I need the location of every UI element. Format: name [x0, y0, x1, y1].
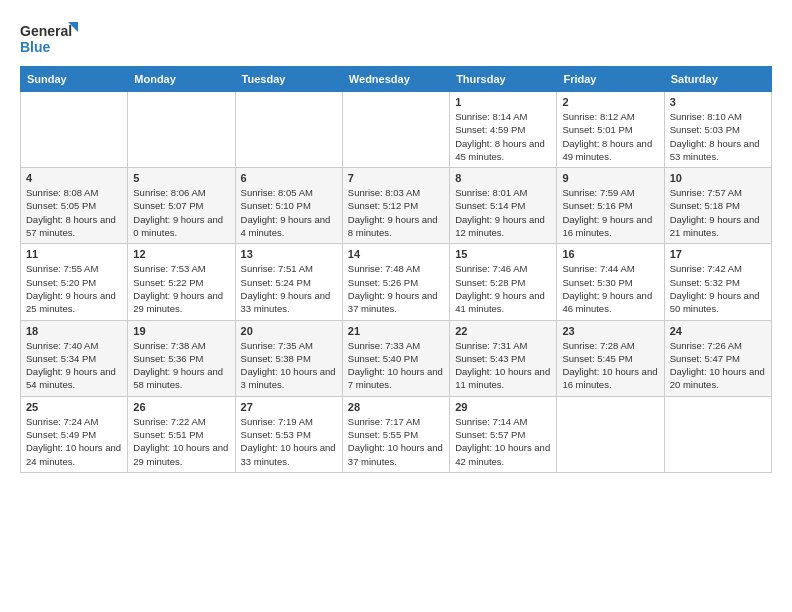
day-number: 15: [455, 248, 551, 260]
calendar-cell: 16Sunrise: 7:44 AM Sunset: 5:30 PM Dayli…: [557, 244, 664, 320]
day-number: 16: [562, 248, 658, 260]
day-info: Sunrise: 7:46 AM Sunset: 5:28 PM Dayligh…: [455, 262, 551, 315]
day-number: 7: [348, 172, 444, 184]
day-info: Sunrise: 7:44 AM Sunset: 5:30 PM Dayligh…: [562, 262, 658, 315]
day-info: Sunrise: 7:22 AM Sunset: 5:51 PM Dayligh…: [133, 415, 229, 468]
day-number: 20: [241, 325, 337, 337]
calendar-cell: 22Sunrise: 7:31 AM Sunset: 5:43 PM Dayli…: [450, 320, 557, 396]
day-number: 29: [455, 401, 551, 413]
day-info: Sunrise: 8:08 AM Sunset: 5:05 PM Dayligh…: [26, 186, 122, 239]
logo: GeneralBlue: [20, 20, 80, 58]
calendar-cell: 17Sunrise: 7:42 AM Sunset: 5:32 PM Dayli…: [664, 244, 771, 320]
day-number: 22: [455, 325, 551, 337]
day-number: 17: [670, 248, 766, 260]
calendar-cell: 20Sunrise: 7:35 AM Sunset: 5:38 PM Dayli…: [235, 320, 342, 396]
calendar-cell: [21, 92, 128, 168]
day-number: 13: [241, 248, 337, 260]
calendar-table: SundayMondayTuesdayWednesdayThursdayFrid…: [20, 66, 772, 473]
calendar-cell: 1Sunrise: 8:14 AM Sunset: 4:59 PM Daylig…: [450, 92, 557, 168]
column-header-monday: Monday: [128, 67, 235, 92]
day-info: Sunrise: 7:48 AM Sunset: 5:26 PM Dayligh…: [348, 262, 444, 315]
day-number: 27: [241, 401, 337, 413]
calendar-cell: 23Sunrise: 7:28 AM Sunset: 5:45 PM Dayli…: [557, 320, 664, 396]
calendar-cell: [557, 396, 664, 472]
calendar-cell: 18Sunrise: 7:40 AM Sunset: 5:34 PM Dayli…: [21, 320, 128, 396]
day-info: Sunrise: 7:53 AM Sunset: 5:22 PM Dayligh…: [133, 262, 229, 315]
calendar-cell: [664, 396, 771, 472]
calendar-cell: [342, 92, 449, 168]
calendar-cell: 21Sunrise: 7:33 AM Sunset: 5:40 PM Dayli…: [342, 320, 449, 396]
calendar-cell: 6Sunrise: 8:05 AM Sunset: 5:10 PM Daylig…: [235, 168, 342, 244]
calendar-cell: 5Sunrise: 8:06 AM Sunset: 5:07 PM Daylig…: [128, 168, 235, 244]
header-row: SundayMondayTuesdayWednesdayThursdayFrid…: [21, 67, 772, 92]
calendar-cell: 27Sunrise: 7:19 AM Sunset: 5:53 PM Dayli…: [235, 396, 342, 472]
week-row-3: 18Sunrise: 7:40 AM Sunset: 5:34 PM Dayli…: [21, 320, 772, 396]
calendar-cell: 15Sunrise: 7:46 AM Sunset: 5:28 PM Dayli…: [450, 244, 557, 320]
week-row-4: 25Sunrise: 7:24 AM Sunset: 5:49 PM Dayli…: [21, 396, 772, 472]
day-number: 25: [26, 401, 122, 413]
calendar-cell: 3Sunrise: 8:10 AM Sunset: 5:03 PM Daylig…: [664, 92, 771, 168]
day-number: 3: [670, 96, 766, 108]
day-number: 11: [26, 248, 122, 260]
day-info: Sunrise: 7:42 AM Sunset: 5:32 PM Dayligh…: [670, 262, 766, 315]
day-number: 9: [562, 172, 658, 184]
day-info: Sunrise: 7:40 AM Sunset: 5:34 PM Dayligh…: [26, 339, 122, 392]
week-row-1: 4Sunrise: 8:08 AM Sunset: 5:05 PM Daylig…: [21, 168, 772, 244]
day-number: 14: [348, 248, 444, 260]
day-info: Sunrise: 7:17 AM Sunset: 5:55 PM Dayligh…: [348, 415, 444, 468]
day-info: Sunrise: 7:31 AM Sunset: 5:43 PM Dayligh…: [455, 339, 551, 392]
calendar-cell: 4Sunrise: 8:08 AM Sunset: 5:05 PM Daylig…: [21, 168, 128, 244]
day-number: 24: [670, 325, 766, 337]
column-header-friday: Friday: [557, 67, 664, 92]
day-info: Sunrise: 7:38 AM Sunset: 5:36 PM Dayligh…: [133, 339, 229, 392]
day-info: Sunrise: 7:14 AM Sunset: 5:57 PM Dayligh…: [455, 415, 551, 468]
calendar-cell: 26Sunrise: 7:22 AM Sunset: 5:51 PM Dayli…: [128, 396, 235, 472]
column-header-sunday: Sunday: [21, 67, 128, 92]
calendar-cell: [235, 92, 342, 168]
calendar-cell: 2Sunrise: 8:12 AM Sunset: 5:01 PM Daylig…: [557, 92, 664, 168]
calendar-cell: 28Sunrise: 7:17 AM Sunset: 5:55 PM Dayli…: [342, 396, 449, 472]
day-info: Sunrise: 7:24 AM Sunset: 5:49 PM Dayligh…: [26, 415, 122, 468]
day-number: 18: [26, 325, 122, 337]
svg-text:General: General: [20, 23, 72, 39]
calendar-cell: 7Sunrise: 8:03 AM Sunset: 5:12 PM Daylig…: [342, 168, 449, 244]
calendar-cell: 13Sunrise: 7:51 AM Sunset: 5:24 PM Dayli…: [235, 244, 342, 320]
logo-svg: GeneralBlue: [20, 20, 80, 58]
day-number: 23: [562, 325, 658, 337]
day-number: 4: [26, 172, 122, 184]
day-number: 12: [133, 248, 229, 260]
day-info: Sunrise: 7:35 AM Sunset: 5:38 PM Dayligh…: [241, 339, 337, 392]
calendar-cell: 25Sunrise: 7:24 AM Sunset: 5:49 PM Dayli…: [21, 396, 128, 472]
day-number: 28: [348, 401, 444, 413]
day-info: Sunrise: 7:33 AM Sunset: 5:40 PM Dayligh…: [348, 339, 444, 392]
day-number: 6: [241, 172, 337, 184]
svg-text:Blue: Blue: [20, 39, 51, 55]
calendar-cell: 11Sunrise: 7:55 AM Sunset: 5:20 PM Dayli…: [21, 244, 128, 320]
column-header-thursday: Thursday: [450, 67, 557, 92]
day-number: 19: [133, 325, 229, 337]
day-info: Sunrise: 8:14 AM Sunset: 4:59 PM Dayligh…: [455, 110, 551, 163]
header: GeneralBlue: [20, 20, 772, 58]
day-info: Sunrise: 8:10 AM Sunset: 5:03 PM Dayligh…: [670, 110, 766, 163]
day-number: 2: [562, 96, 658, 108]
calendar-cell: 9Sunrise: 7:59 AM Sunset: 5:16 PM Daylig…: [557, 168, 664, 244]
column-header-wednesday: Wednesday: [342, 67, 449, 92]
calendar-cell: 24Sunrise: 7:26 AM Sunset: 5:47 PM Dayli…: [664, 320, 771, 396]
week-row-2: 11Sunrise: 7:55 AM Sunset: 5:20 PM Dayli…: [21, 244, 772, 320]
calendar-cell: 14Sunrise: 7:48 AM Sunset: 5:26 PM Dayli…: [342, 244, 449, 320]
day-info: Sunrise: 7:26 AM Sunset: 5:47 PM Dayligh…: [670, 339, 766, 392]
day-info: Sunrise: 7:51 AM Sunset: 5:24 PM Dayligh…: [241, 262, 337, 315]
day-info: Sunrise: 7:59 AM Sunset: 5:16 PM Dayligh…: [562, 186, 658, 239]
day-info: Sunrise: 8:06 AM Sunset: 5:07 PM Dayligh…: [133, 186, 229, 239]
calendar-cell: 10Sunrise: 7:57 AM Sunset: 5:18 PM Dayli…: [664, 168, 771, 244]
day-info: Sunrise: 7:19 AM Sunset: 5:53 PM Dayligh…: [241, 415, 337, 468]
week-row-0: 1Sunrise: 8:14 AM Sunset: 4:59 PM Daylig…: [21, 92, 772, 168]
day-info: Sunrise: 8:01 AM Sunset: 5:14 PM Dayligh…: [455, 186, 551, 239]
calendar-cell: [128, 92, 235, 168]
day-info: Sunrise: 7:28 AM Sunset: 5:45 PM Dayligh…: [562, 339, 658, 392]
day-info: Sunrise: 7:55 AM Sunset: 5:20 PM Dayligh…: [26, 262, 122, 315]
day-number: 1: [455, 96, 551, 108]
day-number: 10: [670, 172, 766, 184]
day-info: Sunrise: 8:03 AM Sunset: 5:12 PM Dayligh…: [348, 186, 444, 239]
day-info: Sunrise: 8:05 AM Sunset: 5:10 PM Dayligh…: [241, 186, 337, 239]
